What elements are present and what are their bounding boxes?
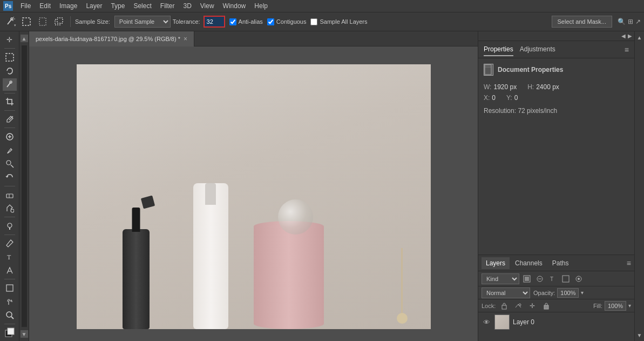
layer-visibility-toggle[interactable]: 👁 [482, 317, 491, 327]
menu-edit[interactable]: Edit [35, 1, 55, 11]
magic-wand-panel-tool[interactable] [3, 78, 17, 91]
contiguous-checkbox-group[interactable]: Contiguous [267, 18, 307, 25]
menu-type[interactable]: Type [106, 1, 129, 11]
svg-text:Ps: Ps [5, 3, 12, 9]
scroll-track [22, 45, 27, 327]
menu-select[interactable]: Select [129, 1, 155, 11]
layer-0-row[interactable]: 👁 Layer 0 [478, 312, 634, 332]
right-edge-bottom-btn[interactable]: ▼ [636, 331, 643, 339]
workspace-icon[interactable]: ⊞ [628, 18, 633, 25]
panel-collapse-icon[interactable]: ◀ [621, 33, 626, 39]
share-icon[interactable]: ↗ [635, 18, 641, 25]
eraser-tool[interactable] [3, 189, 17, 201]
right-panel: ◀ ▶ Properties Adjustments ≡ Document Pr… [478, 31, 634, 341]
stamp-tool[interactable] [3, 158, 17, 170]
ps-logo: Ps [2, 0, 14, 12]
anti-alias-checkbox-group[interactable]: Anti-alias [229, 18, 263, 25]
blend-mode-select[interactable]: Normal [482, 287, 530, 298]
path-select-tool[interactable] [3, 264, 17, 277]
move-tool[interactable]: ✛ [3, 34, 17, 46]
paint-bucket-tool[interactable] [3, 202, 17, 215]
subtract-tool[interactable] [52, 15, 66, 29]
opacity-row: Opacity: ▾ [533, 288, 584, 298]
opacity-input[interactable] [557, 288, 579, 298]
fill-stepper-icon[interactable]: ▾ [628, 303, 631, 309]
sample-all-layers-checkbox[interactable] [310, 18, 317, 25]
dodge-tool[interactable] [3, 219, 17, 232]
tab-close-button[interactable]: × [184, 35, 187, 43]
tab-title: pexels-daria-liudnaya-8167170.jpg @ 29.5… [36, 36, 180, 42]
filter-shape-btn[interactable] [560, 273, 571, 284]
svg-line-4 [13, 17, 14, 18]
document-tab[interactable]: pexels-daria-liudnaya-8167170.jpg @ 29.5… [29, 31, 194, 46]
panel-expand-right-icon[interactable]: ▶ [628, 33, 632, 39]
marquee-tool[interactable] [3, 51, 17, 63]
lock-transparent-btn[interactable] [499, 300, 510, 311]
menu-file[interactable]: File [16, 1, 35, 11]
tab-paths[interactable]: Paths [548, 257, 573, 269]
contiguous-checkbox[interactable] [267, 18, 274, 25]
svg-rect-38 [562, 276, 569, 282]
rect-select-tool[interactable] [19, 15, 33, 29]
hand-tool[interactable] [3, 295, 17, 307]
lock-all-btn[interactable] [541, 300, 552, 311]
filter-smart-btn[interactable] [573, 273, 584, 284]
sample-all-layers-checkbox-group[interactable]: Sample All Layers [310, 18, 367, 25]
menu-filter[interactable]: Filter [156, 1, 179, 11]
panel-options-icon[interactable]: ≡ [625, 45, 629, 54]
crop-tool[interactable] [3, 96, 17, 108]
white-bottle [193, 183, 228, 329]
prop-y-value: 0 [514, 94, 518, 102]
menu-window[interactable]: Window [219, 1, 250, 11]
lock-image-btn[interactable] [513, 300, 524, 311]
pen-tool[interactable] [3, 237, 17, 249]
black-bottle-neck [132, 208, 140, 232]
heal-tool[interactable] [3, 130, 17, 143]
layer-thumbnail [494, 315, 510, 330]
scroll-down-btn[interactable]: ▼ [21, 330, 28, 338]
tab-channels[interactable]: Channels [511, 257, 547, 269]
lasso-tool[interactable] [3, 64, 17, 77]
magic-wand-tool[interactable]: ▾ [3, 15, 17, 29]
layers-tabs: Layers Channels Paths ≡ [478, 255, 634, 271]
brush-tool[interactable] [3, 144, 17, 156]
anti-alias-checkbox[interactable] [229, 18, 236, 25]
type-tool[interactable]: T [3, 251, 17, 263]
menu-3d[interactable]: 3D [179, 1, 195, 11]
search-icon[interactable]: 🔍 [618, 18, 626, 25]
eyedropper-tool[interactable] [3, 113, 17, 125]
menu-help[interactable]: Help [250, 1, 272, 11]
filter-pixel-btn[interactable] [521, 273, 532, 284]
single-col-tool[interactable] [36, 15, 50, 29]
tab-adjustments[interactable]: Adjustments [520, 43, 555, 56]
menu-view[interactable]: View [196, 1, 219, 11]
filter-type-btn[interactable]: T [547, 273, 558, 284]
zoom-tool[interactable] [3, 309, 17, 322]
select-and-mask-button[interactable]: Select and Mask... [552, 16, 613, 28]
prop-width-label: W: [484, 83, 491, 91]
menu-layer[interactable]: Layer [82, 1, 106, 11]
image-background [77, 64, 431, 329]
history-brush-tool[interactable] [3, 171, 17, 184]
right-edge-top-btn[interactable]: ▲ [636, 34, 643, 41]
panel-collapse-bar: ◀ ▶ [478, 31, 634, 41]
prop-resolution-value: 72 pixels/inch [518, 107, 557, 115]
canvas-content[interactable] [29, 46, 478, 341]
scroll-up-btn[interactable]: ▲ [21, 35, 28, 42]
shape-tool[interactable] [3, 282, 17, 294]
sample-size-select[interactable]: Point Sample 3 by 3 Average 5 by 5 Avera… [114, 16, 171, 28]
layer-name[interactable]: Layer 0 [513, 318, 534, 326]
prop-resolution: Resolution: 72 pixels/inch [484, 107, 629, 115]
layers-options-icon[interactable]: ≡ [627, 259, 631, 268]
foreground-color[interactable] [3, 326, 17, 339]
fill-input[interactable] [605, 301, 626, 311]
tool-sep-7 [4, 235, 15, 235]
tab-layers[interactable]: Layers [482, 257, 510, 269]
tab-properties[interactable]: Properties [484, 43, 513, 56]
lock-move-btn[interactable]: ✛ [527, 300, 538, 311]
tolerance-input[interactable] [204, 16, 225, 28]
menu-image[interactable]: Image [55, 1, 82, 11]
filter-adjust-btn[interactable] [534, 273, 545, 284]
layers-kind-select[interactable]: Kind [482, 273, 519, 284]
opacity-stepper-icon[interactable]: ▾ [581, 290, 584, 296]
